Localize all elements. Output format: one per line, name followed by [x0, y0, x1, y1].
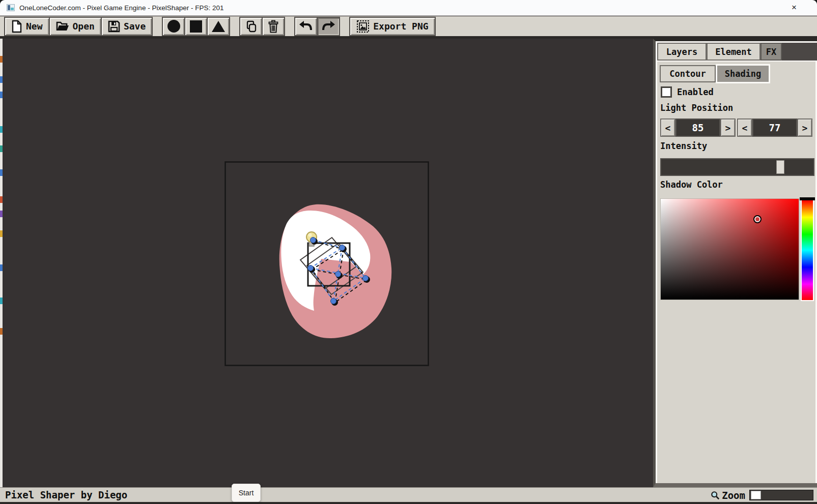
- trash-icon: [267, 20, 279, 33]
- zoom-label: Zoom: [722, 490, 745, 501]
- shadow-color-label: Shadow Color: [660, 180, 723, 190]
- duplicate-icon: [245, 20, 257, 33]
- edit-tool-group: [239, 17, 285, 36]
- fx-subtabs: Contour Shading: [660, 65, 770, 83]
- intensity-slider[interactable]: [660, 158, 814, 176]
- zoom-slider[interactable]: [749, 490, 813, 500]
- light-y-decrement-button[interactable]: <: [737, 118, 752, 137]
- square-tool-button[interactable]: [185, 17, 207, 36]
- enabled-checkbox[interactable]: [661, 86, 672, 98]
- triangle-tool-button[interactable]: [207, 17, 230, 36]
- light-y-value: 77: [752, 118, 797, 137]
- app-icon: [7, 4, 15, 11]
- subtab-contour[interactable]: Contour: [660, 65, 716, 82]
- fx-panel: Layers Element FX Contour Shading Enable…: [653, 39, 817, 487]
- circle-tool-button[interactable]: [162, 17, 185, 36]
- history-tool-group: [294, 17, 340, 36]
- duplicate-button[interactable]: [240, 17, 262, 36]
- open-folder-icon: [56, 20, 69, 33]
- light-x-value: 85: [675, 118, 720, 137]
- color-picker-selector[interactable]: [753, 215, 762, 223]
- window-bottom-edge: [0, 502, 817, 504]
- undo-icon: [299, 20, 313, 33]
- redo-icon: [321, 20, 335, 33]
- titlebar: OneLoneCoder.com - Pixel Game Engine - P…: [0, 0, 817, 16]
- light-x-increment-button[interactable]: >: [720, 118, 736, 137]
- toolbar: New Open Save: [0, 16, 817, 39]
- app-window: OneLoneCoder.com - Pixel Game Engine - P…: [0, 0, 817, 504]
- window-title: OneLoneCoder.com - Pixel Game Engine - P…: [19, 4, 223, 12]
- shape-tool-group: [162, 17, 230, 36]
- square-icon: [190, 20, 202, 33]
- undo-button[interactable]: [295, 17, 317, 36]
- export-png-button[interactable]: Export PNG: [350, 17, 435, 36]
- redo-button[interactable]: [317, 17, 340, 36]
- subtab-shading[interactable]: Shading: [716, 64, 770, 83]
- statusbar: Pixel Shaper by Diego Start Zoom: [0, 487, 817, 502]
- center-handle: [335, 272, 341, 277]
- corner-handle: [363, 276, 369, 281]
- workspace: Layers Element FX Contour Shading Enable…: [0, 39, 817, 487]
- magnifier-icon: [711, 491, 720, 500]
- open-button[interactable]: Open: [49, 17, 101, 36]
- save-button[interactable]: Save: [101, 17, 152, 36]
- corner-handle: [308, 265, 314, 271]
- delete-button[interactable]: [262, 17, 285, 36]
- close-button[interactable]: ×: [782, 0, 806, 16]
- intensity-slider-handle[interactable]: [776, 160, 784, 174]
- shadow-color-picker[interactable]: [660, 198, 799, 300]
- start-button[interactable]: Start: [232, 484, 261, 502]
- light-position-spinners: < 85 > < 77 >: [660, 118, 812, 137]
- triangle-icon: [212, 21, 225, 32]
- zoom-control: Zoom: [711, 488, 813, 502]
- corner-handle: [331, 299, 336, 304]
- export-group: Export PNG: [349, 17, 435, 36]
- export-image-icon: [356, 20, 370, 33]
- enabled-label: Enabled: [677, 87, 714, 97]
- panel-tabs: Layers Element FX: [657, 43, 817, 61]
- light-x-decrement-button[interactable]: <: [660, 118, 675, 137]
- zoom-slider-handle[interactable]: [751, 491, 761, 499]
- tab-layers[interactable]: Layers: [657, 43, 707, 61]
- hue-bar[interactable]: [801, 199, 814, 301]
- tab-element[interactable]: Element: [707, 43, 760, 61]
- light-y-increment-button[interactable]: >: [797, 118, 812, 137]
- intensity-label: Intensity: [660, 141, 707, 151]
- hue-handle[interactable]: [800, 197, 815, 200]
- corner-handle: [340, 245, 345, 251]
- canvas[interactable]: [3, 39, 653, 487]
- sprite-scene: [224, 161, 429, 366]
- light-position-label: Light Position: [660, 103, 733, 113]
- file-button-group: New Open Save: [4, 17, 153, 36]
- tab-fx[interactable]: FX: [760, 43, 782, 61]
- enabled-row: Enabled: [661, 86, 714, 98]
- new-button[interactable]: New: [5, 17, 49, 36]
- circle-icon: [167, 20, 180, 33]
- app-credit: Pixel Shaper by Diego: [5, 489, 127, 500]
- new-file-icon: [11, 20, 22, 33]
- save-floppy-icon: [108, 20, 120, 33]
- light-position-handle: [311, 238, 316, 243]
